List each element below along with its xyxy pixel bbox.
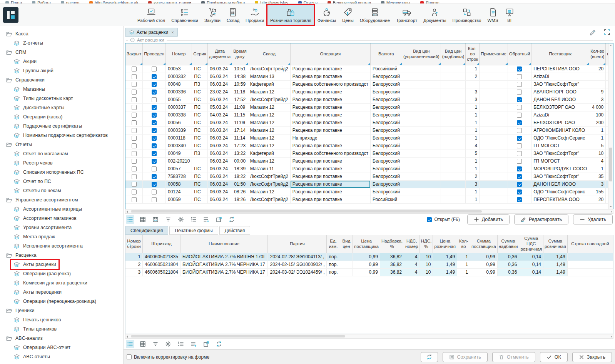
- tree-item[interactable]: Дисконтные карты: [0, 103, 123, 112]
- bookmark-item[interactable]: Профильная работа: [201, 0, 245, 4]
- cell-warehouse[interactable]: Кафетерий: [248, 150, 290, 157]
- row-checkbox[interactable]: [152, 182, 157, 187]
- column-header-retail-price[interactable]: Цена розничная: [433, 235, 457, 253]
- module-references[interactable]: Справочники: [169, 5, 201, 25]
- scrollbar-thumb[interactable]: [609, 148, 612, 181]
- column-header-retail-sum[interactable]: Сумма розничная: [543, 235, 568, 253]
- cell-qty-total[interactable]: [589, 80, 606, 88]
- cell-supplier[interactable]: ДАНОН БЕЛ ИООО: [531, 180, 589, 188]
- cell-price-type-mgmt[interactable]: [402, 196, 441, 203]
- cell-qty-total[interactable]: [589, 73, 606, 80]
- cell-doc-date[interactable]: 06.03.24: [208, 173, 232, 180]
- cell-qty-total[interactable]: 1: [589, 134, 606, 142]
- module-warehouse[interactable]: Склад: [224, 5, 242, 25]
- cell-currency[interactable]: Белорусский: [370, 142, 402, 150]
- row-checkbox[interactable]: [152, 113, 157, 118]
- cell-price-type-mgmt[interactable]: [402, 165, 441, 173]
- cell-invoice-line[interactable]: [567, 268, 613, 276]
- cell-reverse[interactable]: [508, 134, 531, 142]
- collapse-icon[interactable]: [130, 38, 135, 42]
- cell-warehouse[interactable]: ЛюксСофтТрейд2: [248, 196, 290, 203]
- cell-price-type-markup[interactable]: [441, 196, 466, 203]
- cell-note[interactable]: [480, 103, 508, 111]
- cell-warehouse[interactable]: Магазин 12: [248, 188, 290, 196]
- cell-series[interactable]: ПС: [192, 65, 208, 73]
- cell-number[interactable]: 00058: [165, 180, 192, 188]
- column-header-line-no[interactable]: Номер строки: [125, 235, 143, 253]
- tree-item[interactable]: Ассортиментные матрицы: [0, 204, 123, 214]
- cell-batch[interactable]: 2024-03-02/ ЭЭ1024459/ ,: [268, 268, 327, 276]
- table-row[interactable]: 00055ПС06.03.2417:52ЛюксСофтТрейд2Расцен…: [125, 96, 613, 103]
- column-header-warehouse[interactable]: Склад: [248, 43, 290, 65]
- cell-closed[interactable]: [125, 150, 143, 157]
- table-row[interactable]: 0000338ПС04.03.2411:15Магазин 12Расценка…: [125, 111, 613, 119]
- cell-doc-time[interactable]: 01:50: [232, 180, 248, 188]
- tree-item[interactable]: Z-отчеты: [0, 38, 123, 48]
- cell-number[interactable]: 00049: [165, 150, 192, 157]
- cell-supplier[interactable]: AzizaDi: [531, 73, 589, 80]
- column-header-note[interactable]: Примечание: [480, 43, 508, 65]
- cell-retail-sum[interactable]: 1,49: [543, 268, 568, 276]
- cell-posted[interactable]: [143, 173, 166, 180]
- tree-item[interactable]: Ассортимент магазинов: [0, 214, 123, 223]
- cell-doc-time[interactable]: 18:22: [232, 173, 248, 180]
- delete-button[interactable]: Удалить: [573, 214, 613, 224]
- cell-warehouse[interactable]: Магазин 12: [248, 119, 290, 126]
- cell-warehouse[interactable]: Кафетерий: [248, 80, 290, 88]
- filter-button[interactable]: [151, 340, 160, 348]
- cell-series[interactable]: ПС: [192, 119, 208, 126]
- cell-note[interactable]: [480, 126, 508, 134]
- cell-posted[interactable]: [143, 126, 166, 134]
- cell-closed[interactable]: [125, 119, 143, 126]
- cell-reverse[interactable]: [508, 88, 531, 96]
- column-header-barcode[interactable]: Штрихкод: [143, 235, 180, 253]
- checkbox[interactable]: [127, 354, 132, 359]
- fullscreen-icon[interactable]: [604, 29, 610, 35]
- cell-reverse[interactable]: [508, 142, 531, 150]
- cell-closed[interactable]: [125, 165, 143, 173]
- tree-item[interactable]: Акты переоценки: [0, 288, 123, 297]
- cell-supplier[interactable]: БЕЛХОЗТОРГ ОАО: [531, 103, 589, 111]
- cell-line-count[interactable]: 2: [466, 73, 480, 80]
- list-view-button[interactable]: [126, 215, 134, 224]
- cell-series[interactable]: ПЗ: [192, 150, 208, 157]
- cell-line-count[interactable]: 2: [466, 173, 480, 180]
- cell-doc-time[interactable]: 11:15: [232, 111, 248, 119]
- cell-batch[interactable]: 2024-02-15/ ЭЭ1000902/ ,: [268, 261, 327, 268]
- column-header-number[interactable]: Номер: [165, 43, 192, 65]
- cell-price-type-markup[interactable]: [441, 65, 466, 73]
- cell-qty-total[interactable]: 4: [589, 157, 606, 165]
- cell-closed[interactable]: [125, 80, 143, 88]
- refresh-grid-button[interactable]: [227, 215, 236, 224]
- column-header-name[interactable]: Наименование: [180, 235, 268, 253]
- cell-currency[interactable]: Белорусский: [370, 126, 402, 134]
- cell-supplier[interactable]: ЗАО "ЛюксСофтТорг": [531, 173, 589, 180]
- open-filter-checkbox[interactable]: Открыт (F6): [427, 217, 460, 222]
- table-row[interactable]: 0000337ПС05.03.2411:09Магазин 12Расценка…: [125, 103, 613, 111]
- cell-supplier[interactable]: ГП МОГОСТ: [531, 142, 589, 150]
- cell-price-type-markup[interactable]: [441, 134, 466, 142]
- row-checkbox[interactable]: [152, 105, 157, 110]
- cell-qty[interactable]: 1: [457, 253, 470, 261]
- cell-doc-date[interactable]: 06.03.24: [208, 157, 232, 165]
- edit-button[interactable]: Редактировать: [514, 214, 568, 224]
- bookmark-item[interactable]: http://www.islas: [255, 0, 288, 4]
- module-wms[interactable]: WMS: [485, 5, 501, 25]
- cell-line-count[interactable]: 1: [466, 65, 480, 73]
- row-checkbox[interactable]: [132, 143, 137, 148]
- cell-note[interactable]: [480, 142, 508, 150]
- cell-vat-no[interactable]: 4: [404, 253, 419, 261]
- cell-operation[interactable]: Расценка при поставке: [290, 188, 370, 196]
- cell-qty-total[interactable]: 10: [589, 150, 606, 157]
- module-transport[interactable]: Транспорт: [393, 5, 420, 25]
- tab-actions[interactable]: Действия: [219, 226, 251, 235]
- bookmark-item[interactable]: Яндекс: [420, 0, 439, 4]
- add-button[interactable]: Добавить: [467, 214, 510, 224]
- ordered-list-button[interactable]: [177, 340, 185, 348]
- row-checkbox[interactable]: [132, 120, 137, 125]
- table-row[interactable]: 00057ПС06.03.2418:39Магазин 11Расценка п…: [125, 165, 613, 173]
- cell-supplier[interactable]: АГРОКОМБИНАТ КОЛО: [531, 126, 589, 134]
- row-checkbox[interactable]: [132, 74, 137, 79]
- row-checkbox[interactable]: [517, 159, 522, 164]
- cell-closed[interactable]: [125, 180, 143, 188]
